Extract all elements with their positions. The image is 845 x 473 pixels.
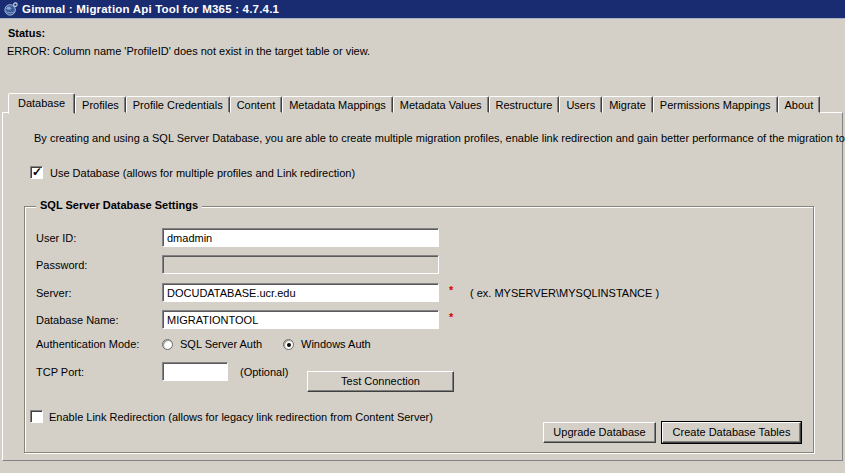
enable-link-redirection-checkbox[interactable] <box>30 410 43 423</box>
server-label: Server: <box>36 287 71 299</box>
titlebar-divider <box>0 18 845 19</box>
database-name-input[interactable] <box>162 310 439 329</box>
database-tab-description: By creating and using a SQL Server Datab… <box>34 132 845 144</box>
user-id-input[interactable] <box>162 228 439 247</box>
window-title: Gimmal : Migration Api Tool for M365 : 4… <box>22 3 279 15</box>
tab-permissions-mappings[interactable]: Permissions Mappings <box>653 96 778 113</box>
status-error-message: ERROR: Column name 'ProfileID' does not … <box>7 45 370 57</box>
tab-strip: Database Profiles Profile Credentials Co… <box>8 92 820 113</box>
password-label: Password: <box>36 259 87 271</box>
use-database-checkbox[interactable] <box>30 166 43 179</box>
tab-profile-credentials[interactable]: Profile Credentials <box>126 96 230 113</box>
tab-profiles[interactable]: Profiles <box>75 96 126 113</box>
password-input <box>162 255 439 274</box>
tcp-port-input[interactable] <box>162 362 228 381</box>
use-database-label: Use Database (allows for multiple profil… <box>50 167 355 179</box>
status-label: Status: <box>8 27 45 39</box>
tab-migrate[interactable]: Migrate <box>602 96 653 113</box>
server-input[interactable] <box>162 283 439 302</box>
enable-link-redirection-label: Enable Link Redirection (allows for lega… <box>49 411 433 423</box>
upgrade-database-button[interactable]: Upgrade Database <box>543 422 656 443</box>
server-required-asterisk: * <box>449 284 453 296</box>
tab-metadata-values[interactable]: Metadata Values <box>393 96 489 113</box>
tab-metadata-mappings[interactable]: Metadata Mappings <box>282 96 393 113</box>
tab-users[interactable]: Users <box>559 96 602 113</box>
tcp-port-optional-hint: (Optional) <box>240 366 288 378</box>
application-window: Gimmal : Migration Api Tool for M365 : 4… <box>0 0 845 473</box>
tab-content[interactable]: Content <box>230 96 283 113</box>
tab-restructure[interactable]: Restructure <box>489 96 560 113</box>
database-name-label: Database Name: <box>36 314 119 326</box>
windows-auth-label: Windows Auth <box>301 338 371 350</box>
database-name-required-asterisk: * <box>449 311 453 323</box>
create-database-tables-button[interactable]: Create Database Tables <box>662 422 801 443</box>
test-connection-button[interactable]: Test Connection <box>307 371 454 392</box>
tab-database[interactable]: Database <box>8 93 75 114</box>
user-id-label: User ID: <box>36 232 76 244</box>
server-format-hint: ( ex. MYSERVER\MYSQLINSTANCE ) <box>470 287 659 299</box>
sql-server-auth-radio[interactable] <box>162 339 173 350</box>
app-icon <box>4 2 18 16</box>
sql-settings-group-title: SQL Server Database Settings <box>36 199 202 211</box>
tab-about[interactable]: About <box>778 96 821 113</box>
title-bar: Gimmal : Migration Api Tool for M365 : 4… <box>0 0 845 18</box>
auth-mode-label: Authentication Mode: <box>36 338 139 350</box>
tcp-port-label: TCP Port: <box>36 366 84 378</box>
windows-auth-radio[interactable] <box>283 339 294 350</box>
sql-server-auth-label: SQL Server Auth <box>180 338 262 350</box>
